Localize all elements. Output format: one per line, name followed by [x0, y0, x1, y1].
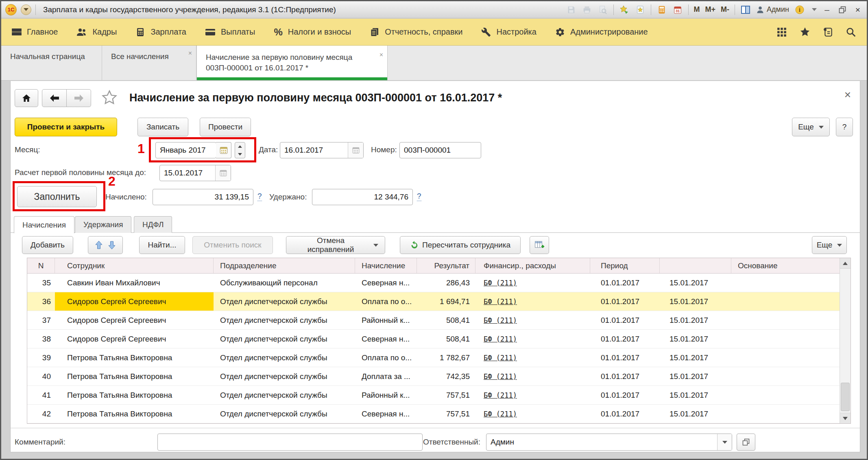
financing-link[interactable]: БФ (211): [484, 316, 517, 324]
menu-item-otchetnost[interactable]: Отчетность, справки: [370, 27, 462, 37]
column-header-employee[interactable]: Сотрудник: [55, 258, 214, 273]
column-header-accrual[interactable]: Начисление: [355, 258, 417, 273]
column-header-basis[interactable]: Основание: [731, 258, 840, 273]
tab-ndfl[interactable]: НДФЛ: [134, 216, 172, 233]
favorite-star-icon[interactable]: [101, 89, 118, 106]
menu-item-main[interactable]: Главное: [12, 27, 58, 37]
cancel-search-button[interactable]: Отменить поиск: [192, 236, 273, 254]
month-input[interactable]: [156, 142, 216, 158]
table-row[interactable]: 37 Сидоров Сергей Сергеевич Отдел диспет…: [27, 311, 840, 330]
more-button-table[interactable]: Еще: [812, 236, 847, 254]
table-row[interactable]: 39 Петрова Татьяна Викторовна Отдел дисп…: [27, 348, 840, 367]
add-row-button[interactable]: Добавить: [22, 236, 73, 254]
help-button[interactable]: ?: [836, 118, 853, 136]
tab-accrual-document[interactable]: Начисление за первую половину месяца 003…: [196, 46, 388, 80]
calculator-icon[interactable]: [656, 4, 667, 15]
date-calendar-button[interactable]: [348, 142, 363, 158]
column-header-department[interactable]: Подразделение: [214, 258, 355, 273]
column-header-period-end[interactable]: [660, 258, 731, 273]
restore-button[interactable]: [837, 4, 848, 15]
tab-deductions[interactable]: Удержания: [75, 216, 131, 233]
close-document-icon[interactable]: ×: [844, 89, 851, 101]
fill-button[interactable]: Заполнить: [17, 186, 97, 207]
favorites-star-icon[interactable]: [799, 26, 811, 38]
cancel-fixes-button[interactable]: Отмена исправлений: [286, 236, 385, 254]
table-row[interactable]: 38 Сидоров Сергей Сергеевич Отдел диспет…: [27, 330, 840, 348]
scroll-up-icon[interactable]: [840, 258, 851, 269]
responsible-input[interactable]: [486, 434, 717, 450]
history-icon[interactable]: [823, 27, 833, 37]
spinner-down-icon[interactable]: [235, 150, 245, 158]
favorites-icon[interactable]: [635, 4, 646, 15]
menu-item-administrirovanie[interactable]: Администрирование: [555, 27, 648, 37]
financing-link[interactable]: БФ (211): [484, 372, 517, 381]
financing-link[interactable]: БФ (211): [484, 391, 517, 399]
tab-all-accruals[interactable]: Все начисления ×: [102, 46, 196, 80]
number-input[interactable]: [400, 142, 481, 158]
tab-accruals[interactable]: Начисления: [14, 216, 74, 233]
move-down-icon[interactable]: [108, 241, 116, 250]
print-preview-icon[interactable]: [598, 4, 608, 15]
close-tab-icon[interactable]: ×: [379, 50, 383, 60]
menu-item-nastroyka[interactable]: Настройка: [481, 27, 536, 37]
financing-link[interactable]: БФ (211): [484, 279, 517, 287]
vertical-scrollbar[interactable]: [840, 258, 851, 423]
write-button[interactable]: Записать: [137, 118, 188, 136]
financing-link[interactable]: БФ (211): [484, 410, 517, 418]
post-button[interactable]: Провести: [200, 118, 251, 136]
memory-m-button[interactable]: M: [694, 5, 700, 14]
minimize-button[interactable]: –: [822, 5, 832, 15]
responsible-dropdown-button[interactable]: [717, 434, 732, 450]
column-header-period[interactable]: Период: [590, 258, 660, 273]
close-window-button[interactable]: ×: [853, 5, 863, 15]
accrued-input[interactable]: [153, 189, 253, 205]
menu-item-kadry[interactable]: Кадры: [76, 27, 117, 37]
info-dropdown-icon[interactable]: [812, 8, 817, 11]
month-calendar-button[interactable]: [216, 142, 231, 158]
table-row[interactable]: 35 Савкин Иван Михайлович Обслуживающий …: [27, 274, 840, 292]
more-button-top[interactable]: Еще: [792, 118, 830, 136]
date-input[interactable]: [280, 142, 348, 158]
recalculate-employee-button[interactable]: Пересчитать сотрудника: [400, 236, 521, 254]
close-tab-icon[interactable]: ×: [188, 50, 192, 57]
table-row[interactable]: 40 Петрова Татьяна Викторовна Отдел дисп…: [27, 367, 840, 386]
withheld-help-link[interactable]: ?: [417, 192, 421, 201]
table-row[interactable]: 42 Петрова Татьяна Викторовна Отдел дисп…: [27, 405, 840, 423]
back-button[interactable]: [42, 89, 67, 107]
menu-item-nalogi[interactable]: % Налоги и взносы: [274, 26, 351, 38]
memory-m-minus-button[interactable]: M-: [721, 5, 729, 14]
move-up-icon[interactable]: [95, 241, 103, 250]
accrued-help-link[interactable]: ?: [257, 192, 262, 201]
menu-item-vyplaty[interactable]: Выплаты: [205, 27, 255, 37]
change-form-button[interactable]: [530, 236, 549, 254]
responsible-open-button[interactable]: [737, 434, 755, 451]
half-month-calendar-button[interactable]: [215, 165, 231, 181]
financing-link[interactable]: БФ (211): [484, 354, 517, 362]
post-and-close-button[interactable]: Провести и закрыть: [15, 118, 117, 136]
column-header-result[interactable]: Результат: [417, 258, 475, 273]
system-menu-button[interactable]: [21, 4, 31, 15]
table-row[interactable]: 36 Сидоров Сергей Сергеевич Отдел диспет…: [27, 292, 840, 311]
forward-button[interactable]: [66, 89, 91, 107]
print-icon[interactable]: [582, 4, 592, 15]
menu-item-zarplata[interactable]: Зарплата: [135, 27, 186, 37]
add-to-favorites-icon[interactable]: [619, 4, 630, 15]
scrollbar-thumb[interactable]: [841, 383, 850, 411]
tab-home-page[interactable]: Начальная страница: [1, 46, 102, 80]
current-user[interactable]: Админ: [756, 5, 789, 14]
spinner-up-icon[interactable]: [235, 142, 245, 150]
move-row-buttons[interactable]: [88, 236, 123, 254]
calendar-icon[interactable]: 31: [672, 4, 683, 15]
save-icon[interactable]: [566, 4, 576, 15]
home-button[interactable]: [15, 89, 38, 107]
memory-m-plus-button[interactable]: M+: [705, 5, 716, 14]
all-functions-icon[interactable]: [776, 27, 787, 37]
find-button[interactable]: Найти...: [139, 236, 185, 254]
month-spinner[interactable]: [235, 142, 245, 158]
search-icon[interactable]: [846, 27, 856, 37]
financing-link[interactable]: БФ (211): [484, 298, 517, 306]
info-icon[interactable]: i: [794, 4, 805, 15]
column-header-financing[interactable]: Финансир., расходы: [475, 258, 590, 273]
table-row[interactable]: 41 Петрова Татьяна Викторовна Отдел дисп…: [27, 386, 840, 405]
withheld-input[interactable]: [312, 189, 412, 205]
